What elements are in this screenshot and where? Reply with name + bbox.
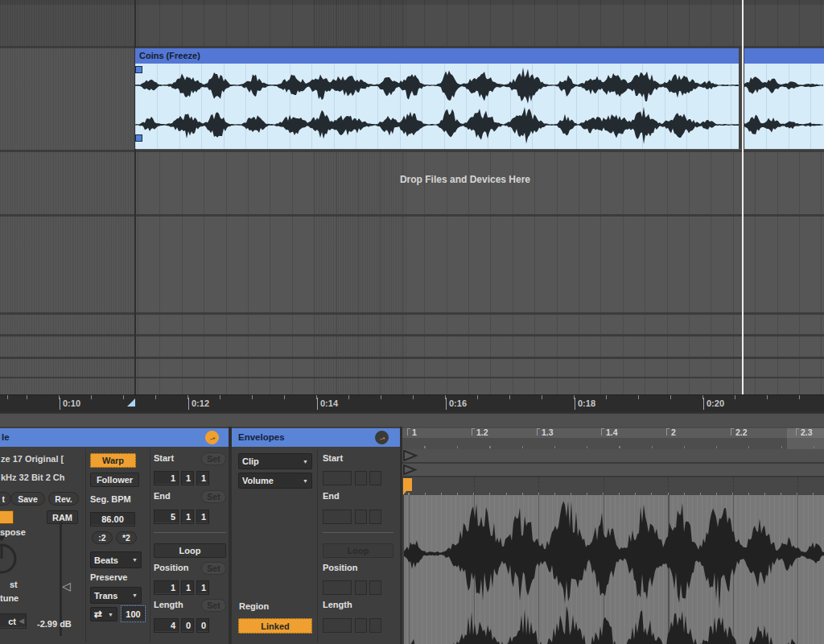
dropdown-arrow-icon: ▼ bbox=[303, 459, 308, 464]
env-start-bar-value[interactable] bbox=[323, 471, 352, 485]
file-info-line1: ze 17 Original [ bbox=[1, 454, 64, 464]
sample-waveform-display[interactable] bbox=[402, 495, 824, 644]
reverse-button[interactable]: Rev. bbox=[48, 492, 79, 506]
transpose-knob[interactable] bbox=[0, 535, 24, 580]
arrangement-view[interactable]: Coins (Freeze) Drop Files and Devices He… bbox=[0, 0, 824, 394]
clip-fade-handle-top[interactable] bbox=[135, 66, 142, 73]
position-label: Position bbox=[154, 563, 188, 572]
hiq-button[interactable] bbox=[0, 510, 14, 524]
playhead bbox=[742, 0, 744, 394]
length-sixteenth-value[interactable]: 0 bbox=[196, 618, 209, 633]
position-sixteenth-value[interactable]: 1 bbox=[196, 580, 209, 595]
end-beat-value[interactable]: 1 bbox=[181, 510, 194, 524]
transient-loop-mode-dropdown[interactable]: ⇄▼ bbox=[90, 607, 117, 621]
beat-label: 1.2 bbox=[472, 427, 488, 437]
loop-marker-lane[interactable] bbox=[402, 464, 824, 477]
top-edge-shade bbox=[0, 0, 824, 5]
beat-label: 1 bbox=[407, 427, 417, 437]
half-tempo-button[interactable]: :2 bbox=[92, 531, 113, 544]
position-set-button[interactable]: Set bbox=[201, 562, 226, 575]
ram-button[interactable]: RAM bbox=[47, 510, 78, 524]
envelope-control-dropdown[interactable]: Volume▼ bbox=[238, 473, 312, 489]
beat-label: 2 bbox=[666, 427, 676, 437]
preserve-dropdown[interactable]: Trans▼ bbox=[90, 587, 142, 604]
linked-button[interactable]: Linked bbox=[238, 618, 312, 634]
envelope-device-dropdown[interactable]: Clip▼ bbox=[238, 453, 312, 469]
time-ruler[interactable]: 0:10 0:12 0:14 0:16 0:18 0:20 bbox=[0, 394, 824, 413]
start-sixteenth-value[interactable]: 1 bbox=[196, 471, 209, 485]
sample-panel-title-bar[interactable]: le → bbox=[0, 428, 229, 447]
end-bar-value[interactable]: 5 bbox=[154, 510, 179, 524]
zoom-scroll-bar[interactable] bbox=[402, 428, 787, 438]
spin-left-icon[interactable]: ◀ bbox=[19, 617, 24, 625]
drop-hint-text: Drop Files and Devices Here bbox=[336, 174, 594, 185]
column-divider bbox=[150, 449, 150, 642]
double-tempo-button[interactable]: *2 bbox=[116, 531, 137, 544]
start-bar-value[interactable]: 1 bbox=[154, 471, 179, 485]
env-start-sixteenth-value[interactable] bbox=[369, 471, 381, 485]
warp-mode-dropdown[interactable]: Beats▼ bbox=[90, 551, 142, 568]
loop-marker-triangle-icon[interactable] bbox=[403, 464, 418, 475]
audio-clip-coins-freeze[interactable]: Coins (Freeze) bbox=[135, 48, 739, 149]
position-bar-value[interactable]: 1 bbox=[154, 580, 179, 595]
panel-toggle-arrow-icon[interactable]: → bbox=[204, 429, 221, 447]
length-bar-value[interactable]: 4 bbox=[154, 618, 179, 633]
env-loop-button[interactable]: Loop bbox=[323, 543, 393, 558]
save-button[interactable]: Save bbox=[10, 492, 45, 506]
env-end-sixteenth-value[interactable] bbox=[369, 510, 381, 524]
clip-title-bar[interactable] bbox=[744, 48, 824, 64]
length-set-button[interactable]: Set bbox=[201, 599, 226, 612]
env-position-sixteenth-value[interactable] bbox=[369, 580, 381, 595]
position-beat-value[interactable]: 1 bbox=[181, 580, 194, 595]
env-end-bar-value[interactable] bbox=[323, 510, 352, 524]
transient-resolution-value[interactable]: 100 bbox=[122, 606, 145, 621]
clip-fade-handle-bottom[interactable] bbox=[135, 134, 142, 142]
detune-label: tune bbox=[0, 593, 19, 603]
end-set-button[interactable]: Set bbox=[201, 490, 226, 503]
warp-button[interactable]: Warp bbox=[90, 453, 136, 468]
edit-button[interactable]: t bbox=[0, 492, 11, 506]
warp-marker-flag-icon[interactable] bbox=[402, 478, 414, 496]
panel-toggle-arrow-icon[interactable]: → bbox=[373, 429, 391, 447]
env-length-sixteenth-value[interactable] bbox=[369, 618, 381, 633]
clip-start-flag-icon[interactable] bbox=[127, 398, 135, 407]
clip-waveform bbox=[744, 64, 824, 149]
warp-marker-lane[interactable] bbox=[402, 477, 824, 497]
env-length-bar-value[interactable] bbox=[323, 618, 352, 633]
time-label: 0:18 bbox=[575, 398, 595, 410]
upper-track-strip bbox=[0, 0, 824, 46]
start-marker-triangle-icon[interactable] bbox=[403, 450, 418, 461]
follower-button[interactable]: Follower bbox=[90, 473, 139, 487]
end-sixteenth-value[interactable]: 1 bbox=[196, 510, 209, 524]
gain-value[interactable]: -2.99 dB bbox=[37, 619, 72, 629]
env-end-beat-value[interactable] bbox=[355, 510, 367, 524]
env-position-beat-value[interactable] bbox=[355, 580, 367, 595]
time-label: 0:20 bbox=[703, 398, 724, 410]
start-set-button[interactable]: Set bbox=[201, 452, 226, 465]
preserve-label: Preserve bbox=[90, 572, 128, 582]
start-marker-lane[interactable] bbox=[402, 449, 824, 464]
detune-value-box[interactable]: ct ◀ bbox=[0, 613, 27, 629]
env-length-beat-value[interactable] bbox=[355, 618, 367, 633]
gain-slider-handle-icon[interactable]: ◁ bbox=[62, 580, 71, 592]
env-length-label: Length bbox=[323, 600, 352, 609]
ableton-live-window: Coins (Freeze) Drop Files and Devices He… bbox=[0, 0, 824, 644]
sample-editor[interactable]: 1 1.2 1.3 1.4 2 2.2 2.3 bbox=[402, 427, 824, 644]
beat-label: 2.2 bbox=[731, 427, 748, 437]
scroll-strip[interactable] bbox=[0, 412, 824, 427]
start-beat-value[interactable]: 1 bbox=[181, 471, 194, 485]
envelopes-panel-title-bar[interactable]: Envelopes → bbox=[232, 428, 400, 447]
clip-waveform-area[interactable] bbox=[135, 64, 739, 149]
audio-clip-tail[interactable] bbox=[744, 48, 824, 149]
loop-button[interactable]: Loop bbox=[154, 543, 226, 558]
length-beat-value[interactable]: 0 bbox=[181, 618, 194, 633]
clip-title-bar[interactable]: Coins (Freeze) bbox=[135, 48, 739, 64]
time-label: 0:14 bbox=[317, 398, 338, 410]
clip-waveform-area[interactable] bbox=[744, 64, 824, 149]
env-start-beat-value[interactable] bbox=[355, 471, 367, 485]
lane-divider bbox=[0, 312, 824, 315]
minor-ticks bbox=[0, 395, 824, 399]
env-position-bar-value[interactable] bbox=[323, 580, 352, 595]
time-label: 0:16 bbox=[446, 398, 467, 410]
seg-bpm-value[interactable]: 86.00 bbox=[90, 512, 135, 526]
